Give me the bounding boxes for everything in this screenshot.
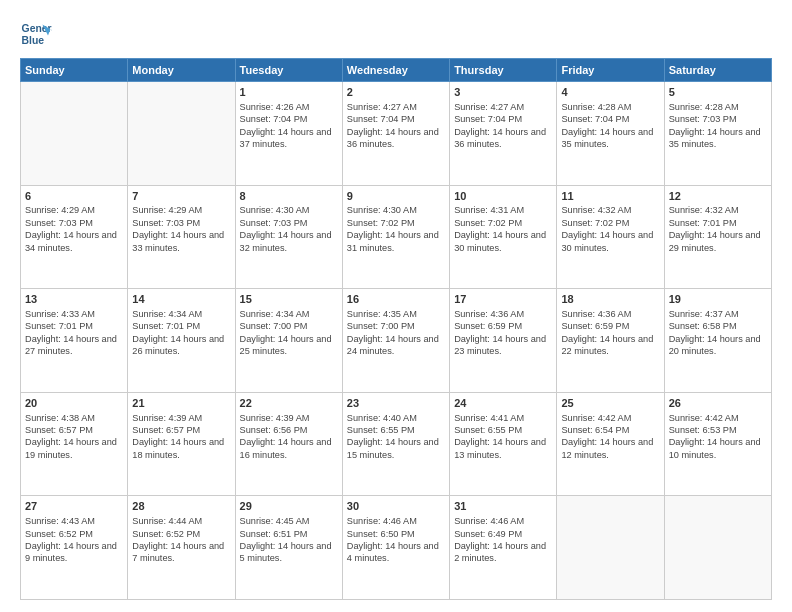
day-cell: 8Sunrise: 4:30 AM Sunset: 7:03 PM Daylig…: [235, 185, 342, 289]
day-cell: 7Sunrise: 4:29 AM Sunset: 7:03 PM Daylig…: [128, 185, 235, 289]
day-info: Sunrise: 4:30 AM Sunset: 7:02 PM Dayligh…: [347, 204, 445, 254]
day-number: 16: [347, 292, 445, 307]
day-info: Sunrise: 4:28 AM Sunset: 7:03 PM Dayligh…: [669, 101, 767, 151]
weekday-monday: Monday: [128, 59, 235, 82]
day-info: Sunrise: 4:33 AM Sunset: 7:01 PM Dayligh…: [25, 308, 123, 358]
logo: General Blue: [20, 18, 56, 50]
day-info: Sunrise: 4:35 AM Sunset: 7:00 PM Dayligh…: [347, 308, 445, 358]
day-cell: 2Sunrise: 4:27 AM Sunset: 7:04 PM Daylig…: [342, 82, 449, 186]
day-info: Sunrise: 4:39 AM Sunset: 6:56 PM Dayligh…: [240, 412, 338, 462]
day-cell: 6Sunrise: 4:29 AM Sunset: 7:03 PM Daylig…: [21, 185, 128, 289]
day-number: 11: [561, 189, 659, 204]
weekday-header-row: SundayMondayTuesdayWednesdayThursdayFrid…: [21, 59, 772, 82]
logo-icon: General Blue: [20, 18, 52, 50]
day-number: 22: [240, 396, 338, 411]
week-row-3: 13Sunrise: 4:33 AM Sunset: 7:01 PM Dayli…: [21, 289, 772, 393]
day-cell: 24Sunrise: 4:41 AM Sunset: 6:55 PM Dayli…: [450, 392, 557, 496]
svg-text:Blue: Blue: [22, 35, 45, 46]
day-number: 28: [132, 499, 230, 514]
day-number: 21: [132, 396, 230, 411]
day-info: Sunrise: 4:29 AM Sunset: 7:03 PM Dayligh…: [132, 204, 230, 254]
day-cell: 4Sunrise: 4:28 AM Sunset: 7:04 PM Daylig…: [557, 82, 664, 186]
day-cell: 29Sunrise: 4:45 AM Sunset: 6:51 PM Dayli…: [235, 496, 342, 600]
day-info: Sunrise: 4:29 AM Sunset: 7:03 PM Dayligh…: [25, 204, 123, 254]
day-number: 14: [132, 292, 230, 307]
weekday-sunday: Sunday: [21, 59, 128, 82]
day-number: 5: [669, 85, 767, 100]
day-info: Sunrise: 4:31 AM Sunset: 7:02 PM Dayligh…: [454, 204, 552, 254]
day-info: Sunrise: 4:28 AM Sunset: 7:04 PM Dayligh…: [561, 101, 659, 151]
day-number: 8: [240, 189, 338, 204]
day-number: 27: [25, 499, 123, 514]
day-info: Sunrise: 4:30 AM Sunset: 7:03 PM Dayligh…: [240, 204, 338, 254]
day-cell: 19Sunrise: 4:37 AM Sunset: 6:58 PM Dayli…: [664, 289, 771, 393]
day-cell: 18Sunrise: 4:36 AM Sunset: 6:59 PM Dayli…: [557, 289, 664, 393]
day-number: 1: [240, 85, 338, 100]
weekday-friday: Friday: [557, 59, 664, 82]
day-info: Sunrise: 4:36 AM Sunset: 6:59 PM Dayligh…: [561, 308, 659, 358]
day-cell: [21, 82, 128, 186]
day-number: 12: [669, 189, 767, 204]
day-cell: 1Sunrise: 4:26 AM Sunset: 7:04 PM Daylig…: [235, 82, 342, 186]
day-cell: 11Sunrise: 4:32 AM Sunset: 7:02 PM Dayli…: [557, 185, 664, 289]
day-number: 7: [132, 189, 230, 204]
day-cell: 31Sunrise: 4:46 AM Sunset: 6:49 PM Dayli…: [450, 496, 557, 600]
day-cell: 28Sunrise: 4:44 AM Sunset: 6:52 PM Dayli…: [128, 496, 235, 600]
day-info: Sunrise: 4:39 AM Sunset: 6:57 PM Dayligh…: [132, 412, 230, 462]
day-number: 30: [347, 499, 445, 514]
day-info: Sunrise: 4:42 AM Sunset: 6:54 PM Dayligh…: [561, 412, 659, 462]
page: General Blue SundayMondayTuesdayWednesda…: [0, 0, 792, 612]
day-cell: [664, 496, 771, 600]
day-cell: 16Sunrise: 4:35 AM Sunset: 7:00 PM Dayli…: [342, 289, 449, 393]
week-row-1: 1Sunrise: 4:26 AM Sunset: 7:04 PM Daylig…: [21, 82, 772, 186]
day-info: Sunrise: 4:41 AM Sunset: 6:55 PM Dayligh…: [454, 412, 552, 462]
week-row-2: 6Sunrise: 4:29 AM Sunset: 7:03 PM Daylig…: [21, 185, 772, 289]
day-number: 2: [347, 85, 445, 100]
day-info: Sunrise: 4:45 AM Sunset: 6:51 PM Dayligh…: [240, 515, 338, 565]
day-info: Sunrise: 4:37 AM Sunset: 6:58 PM Dayligh…: [669, 308, 767, 358]
day-info: Sunrise: 4:27 AM Sunset: 7:04 PM Dayligh…: [454, 101, 552, 151]
day-cell: 12Sunrise: 4:32 AM Sunset: 7:01 PM Dayli…: [664, 185, 771, 289]
day-cell: 14Sunrise: 4:34 AM Sunset: 7:01 PM Dayli…: [128, 289, 235, 393]
weekday-wednesday: Wednesday: [342, 59, 449, 82]
day-number: 15: [240, 292, 338, 307]
day-info: Sunrise: 4:40 AM Sunset: 6:55 PM Dayligh…: [347, 412, 445, 462]
day-cell: 27Sunrise: 4:43 AM Sunset: 6:52 PM Dayli…: [21, 496, 128, 600]
day-info: Sunrise: 4:46 AM Sunset: 6:50 PM Dayligh…: [347, 515, 445, 565]
day-number: 10: [454, 189, 552, 204]
day-cell: 22Sunrise: 4:39 AM Sunset: 6:56 PM Dayli…: [235, 392, 342, 496]
day-number: 3: [454, 85, 552, 100]
day-cell: 3Sunrise: 4:27 AM Sunset: 7:04 PM Daylig…: [450, 82, 557, 186]
week-row-4: 20Sunrise: 4:38 AM Sunset: 6:57 PM Dayli…: [21, 392, 772, 496]
day-cell: 30Sunrise: 4:46 AM Sunset: 6:50 PM Dayli…: [342, 496, 449, 600]
day-info: Sunrise: 4:36 AM Sunset: 6:59 PM Dayligh…: [454, 308, 552, 358]
day-number: 9: [347, 189, 445, 204]
calendar-table: SundayMondayTuesdayWednesdayThursdayFrid…: [20, 58, 772, 600]
day-cell: 9Sunrise: 4:30 AM Sunset: 7:02 PM Daylig…: [342, 185, 449, 289]
day-info: Sunrise: 4:43 AM Sunset: 6:52 PM Dayligh…: [25, 515, 123, 565]
day-info: Sunrise: 4:32 AM Sunset: 7:02 PM Dayligh…: [561, 204, 659, 254]
day-number: 18: [561, 292, 659, 307]
day-cell: 25Sunrise: 4:42 AM Sunset: 6:54 PM Dayli…: [557, 392, 664, 496]
weekday-thursday: Thursday: [450, 59, 557, 82]
day-cell: 17Sunrise: 4:36 AM Sunset: 6:59 PM Dayli…: [450, 289, 557, 393]
day-cell: [128, 82, 235, 186]
day-info: Sunrise: 4:46 AM Sunset: 6:49 PM Dayligh…: [454, 515, 552, 565]
day-cell: 20Sunrise: 4:38 AM Sunset: 6:57 PM Dayli…: [21, 392, 128, 496]
day-cell: 26Sunrise: 4:42 AM Sunset: 6:53 PM Dayli…: [664, 392, 771, 496]
day-cell: 15Sunrise: 4:34 AM Sunset: 7:00 PM Dayli…: [235, 289, 342, 393]
day-cell: [557, 496, 664, 600]
weekday-tuesday: Tuesday: [235, 59, 342, 82]
day-number: 24: [454, 396, 552, 411]
day-number: 26: [669, 396, 767, 411]
day-number: 4: [561, 85, 659, 100]
day-info: Sunrise: 4:44 AM Sunset: 6:52 PM Dayligh…: [132, 515, 230, 565]
day-cell: 5Sunrise: 4:28 AM Sunset: 7:03 PM Daylig…: [664, 82, 771, 186]
weekday-saturday: Saturday: [664, 59, 771, 82]
day-number: 19: [669, 292, 767, 307]
header: General Blue: [20, 18, 772, 50]
day-number: 17: [454, 292, 552, 307]
week-row-5: 27Sunrise: 4:43 AM Sunset: 6:52 PM Dayli…: [21, 496, 772, 600]
day-cell: 13Sunrise: 4:33 AM Sunset: 7:01 PM Dayli…: [21, 289, 128, 393]
day-cell: 21Sunrise: 4:39 AM Sunset: 6:57 PM Dayli…: [128, 392, 235, 496]
